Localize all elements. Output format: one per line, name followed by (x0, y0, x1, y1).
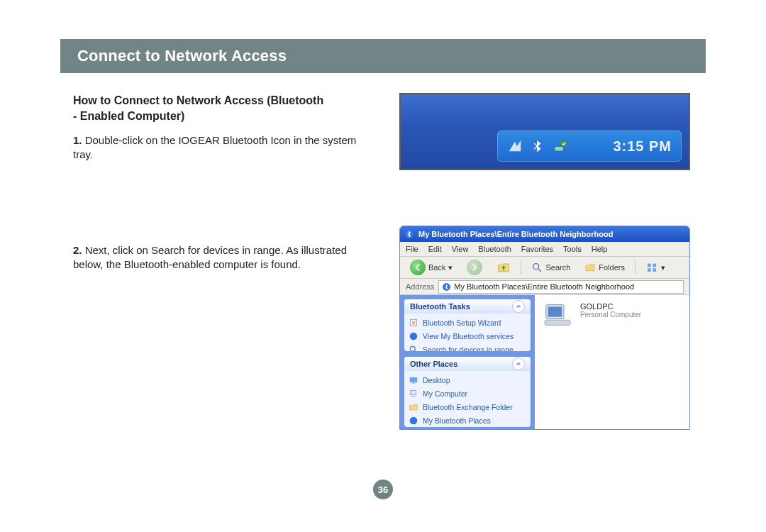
menu-edit[interactable]: Edit (428, 245, 442, 253)
svg-point-13 (410, 346, 415, 350)
step-1-text: Double-click on the IOGEAR Bluetooth Ico… (73, 134, 356, 160)
step-1-number: 1. (73, 134, 82, 146)
banner-title: Connect to Network Access (77, 47, 287, 65)
task-setup-wizard[interactable]: Bluetooth Setup Wizard (409, 318, 526, 328)
manual-page: Connect to Network Access How to Connect… (60, 39, 706, 504)
svg-point-2 (560, 140, 567, 147)
address-value: My Bluetooth Places\Entire Bluetooth Nei… (454, 282, 634, 291)
svg-rect-18 (412, 382, 415, 383)
page-body: How to Connect to Network Access (Blueto… (60, 73, 706, 430)
svg-rect-7 (653, 264, 656, 267)
chevron-down-icon: ▾ (661, 263, 665, 272)
devices-pane: GOLDPC Personal Computer (535, 295, 689, 430)
other-places-list: Desktop My Computer Bluetooth Exchange F… (404, 371, 531, 427)
other-places-header[interactable]: Other Places (404, 357, 531, 371)
place-my-bt-places[interactable]: My Bluetooth Places (409, 416, 526, 426)
device-name: GOLDPC (580, 302, 641, 311)
folder-icon (409, 402, 418, 412)
safely-remove-icon[interactable] (553, 138, 568, 154)
task-label: View My Bluetooth services (423, 332, 514, 340)
task-search-devices[interactable]: Search for devices in range (409, 345, 526, 351)
toolbar-separator (521, 260, 521, 275)
back-button[interactable]: Back ▾ (406, 257, 457, 277)
address-bar: Address My Bluetooth Places\Entire Bluet… (400, 279, 689, 295)
search-devices-icon (409, 345, 418, 351)
page-number-badge: 36 (373, 480, 393, 499)
menu-file[interactable]: File (406, 245, 418, 253)
step-2-number: 2. (73, 244, 82, 256)
address-field[interactable]: My Bluetooth Places\Entire Bluetooth Nei… (438, 280, 684, 294)
bluetooth-tasks-header[interactable]: Bluetooth Tasks (404, 299, 531, 314)
address-label: Address (406, 282, 434, 291)
section-heading: How to Connect to Network Access (Blueto… (73, 93, 371, 123)
search-button[interactable]: Search (527, 260, 574, 275)
toolbar: Back ▾ Search Folders ▾ (400, 257, 689, 279)
collapse-icon (512, 300, 525, 313)
task-label: Search for devices in range (423, 345, 514, 351)
menu-view[interactable]: View (452, 245, 469, 253)
search-label: Search (545, 263, 570, 272)
figure-system-tray: 3:15 PM (399, 93, 690, 170)
section-heading-line2: - Enabled Computer) (73, 110, 184, 122)
search-icon (531, 262, 543, 273)
menu-favorites[interactable]: Favorites (521, 245, 553, 253)
place-my-computer[interactable]: My Computer (409, 389, 526, 399)
step-2: 2. Next, click on Search for devices in … (73, 243, 371, 272)
bluetooth-place-icon (409, 416, 418, 426)
page-number: 36 (378, 484, 388, 495)
text-column: How to Connect to Network Access (Blueto… (73, 93, 371, 430)
menu-help[interactable]: Help (592, 245, 608, 253)
svg-rect-6 (648, 264, 651, 267)
svg-point-21 (410, 417, 418, 425)
tasks-pane: Bluetooth Tasks Bluetooth Setup Wizard V… (400, 295, 535, 430)
svg-rect-1 (555, 147, 563, 151)
other-places-box: Other Places Desktop My Computer Bluetoo… (404, 357, 531, 427)
task-label: Bluetooth Setup Wizard (423, 318, 501, 327)
window-title: My Bluetooth Places\Entire Bluetooth Nei… (418, 230, 613, 238)
place-desktop[interactable]: Desktop (409, 375, 526, 385)
menu-bluetooth[interactable]: Bluetooth (478, 245, 511, 253)
bluetooth-app-icon (404, 229, 414, 239)
up-button[interactable] (492, 258, 515, 277)
place-label: Bluetooth Exchange Folder (423, 403, 513, 411)
other-places-title: Other Places (410, 360, 457, 368)
svg-rect-8 (648, 268, 651, 272)
window-titlebar[interactable]: My Bluetooth Places\Entire Bluetooth Nei… (400, 226, 689, 242)
svg-line-5 (538, 269, 541, 272)
menu-bar: File Edit View Bluetooth Favorites Tools… (400, 242, 689, 257)
desktop-icon (409, 375, 418, 385)
section-heading-line1: How to Connect to Network Access (Blueto… (73, 94, 323, 106)
system-tray[interactable]: 3:15 PM (497, 131, 682, 162)
menu-tools[interactable]: Tools (563, 245, 582, 253)
views-button[interactable]: ▾ (641, 260, 670, 275)
svg-rect-20 (411, 396, 416, 397)
place-bt-exchange[interactable]: Bluetooth Exchange Folder (409, 402, 526, 412)
svg-rect-17 (410, 377, 418, 382)
wizard-icon (409, 318, 418, 328)
place-label: My Bluetooth Places (423, 416, 491, 425)
device-item[interactable]: GOLDPC Personal Computer (542, 302, 682, 328)
step-2-text: Next, click on Search for devices in ran… (73, 244, 347, 270)
back-icon (410, 260, 426, 275)
back-label: Back (428, 263, 445, 272)
task-view-services[interactable]: View My Bluetooth services (409, 331, 526, 341)
svg-point-12 (410, 333, 418, 340)
computer-icon (409, 389, 418, 399)
forward-button[interactable] (462, 257, 487, 277)
svg-point-4 (533, 264, 539, 270)
folder-up-icon (496, 260, 511, 275)
device-type: Personal Computer (580, 311, 641, 318)
place-label: Desktop (423, 376, 450, 384)
content-area: Bluetooth Tasks Bluetooth Setup Wizard V… (400, 295, 689, 430)
chevron-down-icon: ▾ (448, 263, 453, 272)
figure-column: 3:15 PM My Bluetooth Places\Entire Bluet… (399, 93, 690, 430)
location-icon (442, 282, 451, 292)
network-icon[interactable] (507, 138, 523, 154)
folders-button[interactable]: Folders (580, 260, 629, 275)
collapse-icon (512, 358, 525, 370)
step-1: 1. Double-click on the IOGEAR Bluetooth … (73, 133, 371, 162)
bluetooth-icon[interactable] (530, 138, 545, 154)
toolbar-separator-2 (635, 260, 635, 275)
svg-rect-27 (548, 306, 562, 316)
folders-label: Folders (599, 263, 625, 272)
